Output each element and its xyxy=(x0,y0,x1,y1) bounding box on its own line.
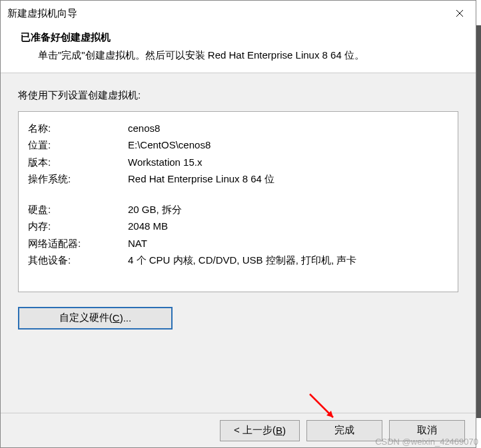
summary-value: cenos8 xyxy=(128,120,448,137)
wizard-header: 已准备好创建虚拟机 单击"完成"创建虚拟机。然后可以安装 Red Hat Ent… xyxy=(1,26,476,73)
summary-row-version: 版本: Workstation 15.x xyxy=(28,154,448,171)
finish-label: 完成 xyxy=(334,424,354,437)
background-edge xyxy=(476,25,481,418)
summary-value: Red Hat Enterprise Linux 8 64 位 xyxy=(128,170,448,188)
summary-row-location: 位置: E:\CentOS\cenos8 xyxy=(28,136,448,154)
summary-value: NAT xyxy=(128,235,448,252)
back-button[interactable]: < 上一步(B) xyxy=(220,420,300,441)
summary-label: 硬盘: xyxy=(28,201,128,218)
summary-row-name: 名称: cenos8 xyxy=(28,120,448,137)
summary-label: 位置: xyxy=(28,136,128,154)
summary-intro: 将使用下列设置创建虚拟机: xyxy=(18,89,458,102)
summary-label: 名称: xyxy=(28,120,128,137)
back-label-prefix: < 上一步( xyxy=(234,424,276,437)
summary-label: 内存: xyxy=(28,218,128,235)
finish-button[interactable]: 完成 xyxy=(306,420,382,441)
summary-value: 20 GB, 拆分 xyxy=(128,201,448,218)
vm-settings-summary: 名称: cenos8 位置: E:\CentOS\cenos8 版本: Work… xyxy=(18,111,458,292)
back-accelerator: B xyxy=(276,425,282,436)
wizard-content: 将使用下列设置创建虚拟机: 名称: cenos8 位置: E:\CentOS\c… xyxy=(1,73,476,413)
customize-label-prefix: 自定义硬件( xyxy=(59,312,113,324)
summary-row-disk: 硬盘: 20 GB, 拆分 xyxy=(28,201,448,218)
close-button[interactable] xyxy=(444,3,474,23)
new-vm-wizard-dialog: 新建虚拟机向导 已准备好创建虚拟机 单击"完成"创建虚拟机。然后可以安装 Red… xyxy=(0,0,476,448)
back-label-suffix: ) xyxy=(282,425,286,436)
summary-row-network: 网络适配器: NAT xyxy=(28,235,448,252)
summary-row-memory: 内存: 2048 MB xyxy=(28,218,448,235)
summary-value: E:\CentOS\cenos8 xyxy=(128,136,448,154)
close-icon xyxy=(456,9,464,17)
summary-label: 版本: xyxy=(28,154,128,171)
summary-label: 操作系统: xyxy=(28,170,128,188)
titlebar: 新建虚拟机向导 xyxy=(1,1,476,26)
summary-row-os: 操作系统: Red Hat Enterprise Linux 8 64 位 xyxy=(28,170,448,188)
summary-gap xyxy=(28,188,448,201)
summary-label: 其他设备: xyxy=(28,252,128,269)
summary-label: 网络适配器: xyxy=(28,235,128,252)
cancel-label: 取消 xyxy=(417,424,437,437)
customize-hardware-button[interactable]: 自定义硬件(C)... xyxy=(18,307,173,330)
summary-value: 2048 MB xyxy=(128,218,448,235)
wizard-subheading: 单击"完成"创建虚拟机。然后可以安装 Red Hat Enterprise Li… xyxy=(38,48,462,63)
wizard-heading: 已准备好创建虚拟机 xyxy=(21,31,462,44)
summary-value: 4 个 CPU 内核, CD/DVD, USB 控制器, 打印机, 声卡 xyxy=(128,252,448,269)
window-title: 新建虚拟机向导 xyxy=(7,7,77,20)
summary-value: Workstation 15.x xyxy=(128,154,448,171)
customize-label-suffix: )... xyxy=(120,312,132,324)
watermark-text: CSDN @weixin_42469070 xyxy=(375,437,478,447)
customize-accelerator: C xyxy=(113,312,120,324)
summary-row-devices: 其他设备: 4 个 CPU 内核, CD/DVD, USB 控制器, 打印机, … xyxy=(28,252,448,269)
customize-row: 自定义硬件(C)... xyxy=(18,307,458,330)
